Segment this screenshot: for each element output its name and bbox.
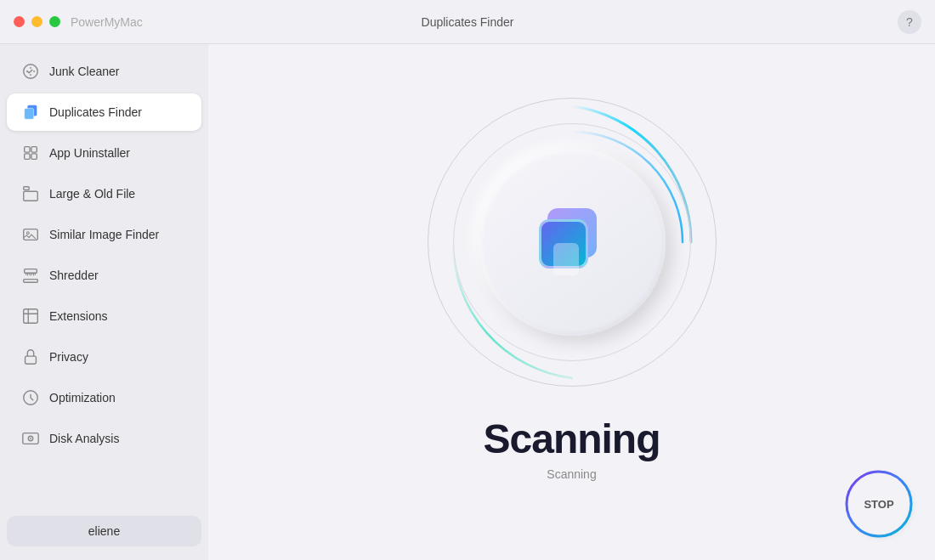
circle-inner (479, 149, 666, 336)
traffic-lights (14, 16, 60, 27)
svg-point-17 (30, 438, 31, 439)
sidebar-item-shredder[interactable]: Shredder (7, 257, 201, 294)
user-button[interactable]: eliene (7, 516, 201, 546)
svg-rect-7 (24, 187, 29, 190)
sidebar-label-disk-analysis: Disk Analysis (49, 432, 119, 445)
sidebar-label-large-old-file: Large & Old File (49, 187, 135, 201)
shredder-icon (20, 265, 41, 286)
sidebar-item-duplicates-finder[interactable]: Duplicates Finder (7, 93, 201, 131)
minimize-button[interactable] (31, 16, 42, 27)
sidebar: Junk Cleaner Duplicates Finder (0, 44, 208, 560)
svg-rect-12 (24, 280, 38, 283)
maximize-button[interactable] (49, 16, 60, 27)
window-title: Duplicates Finder (422, 15, 514, 29)
sidebar-item-large-old-file[interactable]: Large & Old File (7, 175, 201, 212)
sidebar-user-section: eliene (0, 509, 208, 553)
svg-point-18 (847, 472, 911, 536)
content-area: Scanning Scanning STOP (208, 44, 935, 560)
extensions-icon (20, 306, 41, 326)
titlebar: PowerMyMac Duplicates Finder ? (0, 0, 935, 44)
sidebar-item-similar-image-finder[interactable]: Similar Image Finder (7, 216, 201, 253)
svg-rect-2 (25, 108, 34, 119)
scanning-subtitle: Scanning (547, 467, 596, 481)
sidebar-label-junk-cleaner: Junk Cleaner (49, 65, 120, 78)
svg-rect-5 (25, 154, 30, 159)
sidebar-label-similar-image-finder: Similar Image Finder (49, 228, 159, 241)
stop-button[interactable]: STOP (848, 473, 910, 535)
sidebar-label-extensions: Extensions (49, 309, 107, 323)
sidebar-item-app-uninstaller[interactable]: App Uninstaller (7, 134, 201, 172)
sidebar-item-privacy[interactable]: Privacy (7, 338, 201, 376)
optimization-icon (20, 387, 41, 408)
sidebar-label-shredder: Shredder (49, 269, 99, 282)
sidebar-label-privacy: Privacy (49, 350, 88, 364)
svg-rect-13 (26, 356, 37, 364)
sidebar-item-junk-cleaner[interactable]: Junk Cleaner (7, 53, 201, 90)
svg-rect-4 (31, 147, 37, 152)
scanning-title: Scanning (483, 416, 660, 462)
sidebar-item-disk-analysis[interactable]: Disk Analysis (7, 420, 201, 457)
junk-cleaner-icon (20, 61, 41, 82)
svg-rect-6 (31, 154, 37, 159)
disk-analysis-icon (20, 428, 41, 449)
duplicates-finder-icon (20, 102, 41, 122)
circles-wrapper (419, 89, 725, 395)
svg-rect-3 (25, 147, 30, 152)
svg-rect-11 (25, 269, 37, 274)
help-button[interactable]: ? (898, 10, 921, 34)
sidebar-label-duplicates-finder: Duplicates Finder (49, 105, 142, 119)
duplicate-icon (534, 204, 610, 280)
main-layout: Junk Cleaner Duplicates Finder (0, 44, 935, 560)
large-old-file-icon (20, 184, 41, 204)
dup-rect-inner (553, 243, 579, 275)
sidebar-item-optimization[interactable]: Optimization (7, 379, 201, 416)
scanning-container: Scanning Scanning (419, 89, 725, 481)
sidebar-label-optimization: Optimization (49, 391, 116, 404)
stop-button-wrapper: STOP (848, 473, 910, 535)
sidebar-label-app-uninstaller: App Uninstaller (49, 146, 130, 160)
similar-image-finder-icon (20, 224, 41, 245)
close-button[interactable] (14, 16, 25, 27)
stop-ring-svg (844, 469, 914, 539)
brand-name: PowerMyMac (71, 15, 143, 29)
svg-rect-8 (24, 191, 38, 201)
dup-rect-front (539, 219, 588, 269)
app-uninstaller-icon (20, 143, 41, 163)
sidebar-item-extensions[interactable]: Extensions (7, 297, 201, 335)
svg-point-10 (26, 232, 29, 235)
privacy-icon (20, 347, 41, 367)
